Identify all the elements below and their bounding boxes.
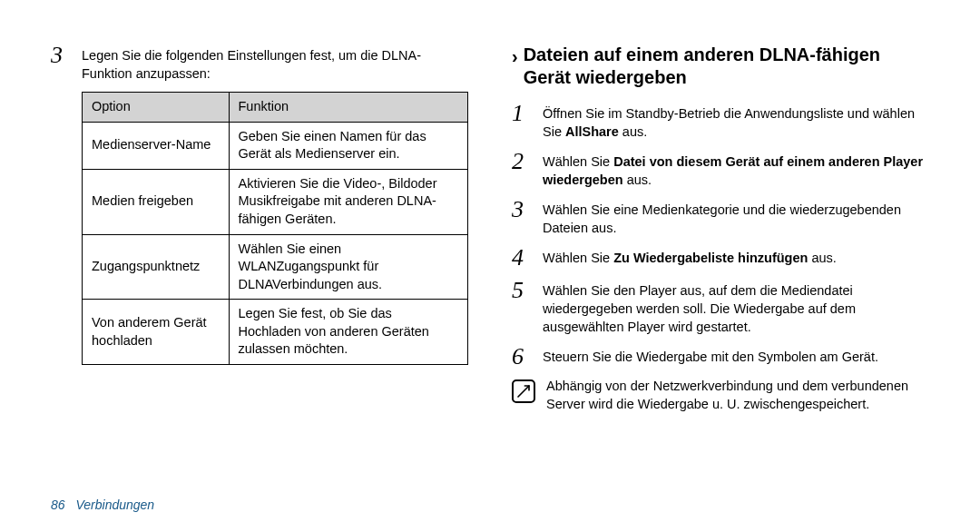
section-name: Verbindungen xyxy=(75,498,154,512)
step-6: 6 Steuern Sie die Wiedergabe mit den Sym… xyxy=(512,345,929,369)
right-column: › Dateien auf einem anderen DLNA-fähigen… xyxy=(512,44,929,413)
header-function: Funktion xyxy=(229,93,468,123)
step-4: 4 Wählen Sie Zu Wiedergabeliste hinzufüg… xyxy=(512,246,929,270)
cell-option: Von anderem Gerät hochladen xyxy=(83,300,230,365)
step-text: Wählen Sie eine Medienkategorie und die … xyxy=(543,198,929,237)
step-number: 1 xyxy=(512,102,532,125)
table-row: Zugangspunktnetz Wählen Sie einen WLANZu… xyxy=(83,234,468,300)
text-pre: Wählen Sie xyxy=(543,251,613,265)
step-text: Wählen Sie Zu Wiedergabeliste hinzufügen… xyxy=(543,246,837,268)
cell-option: Medien freigeben xyxy=(83,169,230,234)
info-note: Abhängig von der Netzwerkverbindung und … xyxy=(512,378,929,413)
note-text: Abhängig von der Netzwerkverbindung und … xyxy=(546,378,929,413)
table-header-row: Option Funktion xyxy=(83,93,468,123)
page-number: 86 xyxy=(51,498,65,512)
cell-function: Geben Sie einen Namen für das Gerät als … xyxy=(229,122,468,169)
cell-function: Legen Sie fest, ob Sie das Hochladen von… xyxy=(229,300,468,365)
section-heading: › Dateien auf einem anderen DLNA-fähigen… xyxy=(512,44,929,89)
cell-option: Zugangspunktnetz xyxy=(83,234,230,300)
step-text: Steuern Sie die Wiedergabe mit den Symbo… xyxy=(543,345,878,367)
step-number: 5 xyxy=(512,279,532,302)
cell-function: Wählen Sie einen WLANZugangspunkt für DL… xyxy=(229,234,468,300)
text-pre: Wählen Sie den Player aus, auf dem die M… xyxy=(543,283,856,333)
step-number: 2 xyxy=(512,150,532,173)
step-text: Legen Sie die folgenden Einstellungen fe… xyxy=(82,44,468,83)
note-icon xyxy=(512,379,535,403)
header-option: Option xyxy=(83,93,230,123)
text-post: aus. xyxy=(623,172,652,187)
text-bold: AllShare xyxy=(565,124,619,139)
step-text: Wählen Sie den Player aus, auf dem die M… xyxy=(543,279,929,336)
step-1: 1 Öffnen Sie im Standby-Betrieb die Anwe… xyxy=(512,102,929,141)
step-3r: 3 Wählen Sie eine Medienkategorie und di… xyxy=(512,198,929,237)
text-post: aus. xyxy=(808,251,836,265)
settings-table: Option Funktion Medienserver-Name Geben … xyxy=(82,92,468,365)
text-pre: Wählen Sie eine Medienkategorie und die … xyxy=(543,202,901,235)
cell-function: Aktivieren Sie die Video-, Bildoder Musi… xyxy=(229,169,468,234)
step-text: Öffnen Sie im Standby-Betrieb die Anwend… xyxy=(543,102,929,141)
step-number: 6 xyxy=(512,345,532,369)
text-bold: Zu Wiedergabeliste hinzufügen xyxy=(613,251,808,265)
heading-text: Dateien auf einem anderen DLNA-fähigen G… xyxy=(524,44,929,89)
step-number: 3 xyxy=(51,44,71,67)
text-pre: Wählen Sie xyxy=(543,154,613,169)
step-5: 5 Wählen Sie den Player aus, auf dem die… xyxy=(512,279,929,336)
step-2: 2 Wählen Sie Datei von diesem Gerät auf … xyxy=(512,150,929,189)
arrow-icon: › xyxy=(512,44,518,67)
step-number: 4 xyxy=(512,246,532,270)
table-row: Medienserver-Name Geben Sie einen Namen … xyxy=(83,122,468,169)
text-pre: Steuern Sie die Wiedergabe mit den Symbo… xyxy=(543,350,878,364)
left-column: 3 Legen Sie die folgenden Einstellungen … xyxy=(51,44,468,413)
text-post: aus. xyxy=(619,124,647,139)
step-number: 3 xyxy=(512,198,532,222)
cell-option: Medienserver-Name xyxy=(83,122,230,169)
step-3: 3 Legen Sie die folgenden Einstellungen … xyxy=(51,44,468,83)
table-row: Von anderem Gerät hochladen Legen Sie fe… xyxy=(83,300,468,365)
step-text: Wählen Sie Datei von diesem Gerät auf ei… xyxy=(543,150,929,189)
table-row: Medien freigeben Aktivieren Sie die Vide… xyxy=(83,169,468,234)
page-footer: 86 Verbindungen xyxy=(51,498,154,512)
